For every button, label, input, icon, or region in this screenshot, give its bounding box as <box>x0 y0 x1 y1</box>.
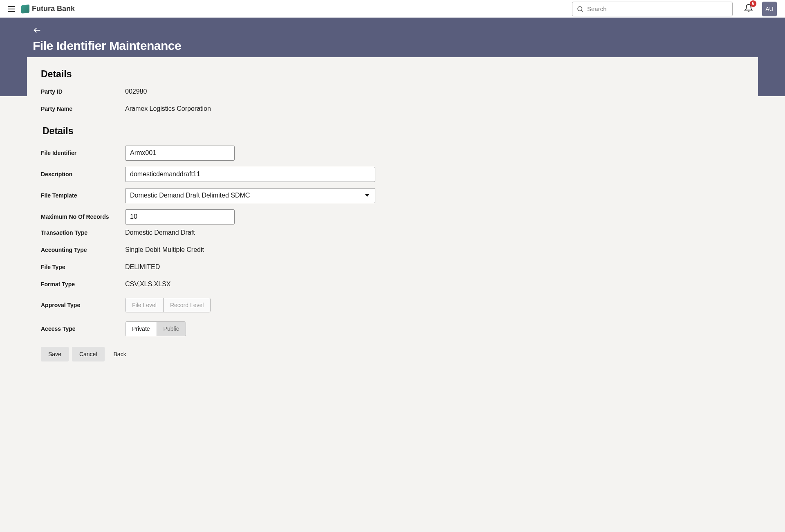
value-accounting-type: Single Debit Multiple Credit <box>125 246 204 254</box>
value-file-type: DELIMITED <box>125 263 160 271</box>
toggle-file-level: File Level <box>126 298 163 312</box>
brand-mark-icon <box>21 4 29 13</box>
toggle-access-type[interactable]: Private Public <box>125 321 186 336</box>
label-approval-type: Approval Type <box>41 302 125 308</box>
input-description[interactable] <box>125 167 375 182</box>
brand-name: Futura Bank <box>32 4 75 13</box>
chevron-down-icon <box>365 193 369 198</box>
toggle-approval-type: File Level Record Level <box>125 298 211 312</box>
cancel-button[interactable]: Cancel <box>72 347 105 361</box>
svg-marker-6 <box>365 194 369 197</box>
label-access-type: Access Type <box>41 325 125 332</box>
value-format-type: CSV,XLS,XLSX <box>125 281 170 288</box>
page-title: File Identifier Maintenance <box>33 39 773 53</box>
label-max-records: Maximum No Of Records <box>41 213 125 220</box>
value-party-name: Aramex Logistics Corporation <box>125 105 211 112</box>
label-description: Description <box>41 171 125 177</box>
field-accounting-type: Accounting Type Single Debit Multiple Cr… <box>41 244 744 256</box>
save-button[interactable]: Save <box>41 347 69 361</box>
top-bar: Futura Bank 6 AU <box>0 0 785 18</box>
field-access-type: Access Type Private Public <box>41 321 744 336</box>
field-file-template: File Template Domestic Demand Draft Deli… <box>41 186 744 205</box>
svg-point-3 <box>578 7 582 11</box>
toggle-public[interactable]: Public <box>157 322 186 336</box>
brand-logo[interactable]: Futura Bank <box>21 4 75 13</box>
search-icon <box>576 5 584 13</box>
label-party-name: Party Name <box>41 106 125 112</box>
label-file-template: File Template <box>41 192 125 199</box>
user-avatar[interactable]: AU <box>762 2 777 16</box>
party-details-section: Details Party ID 002980 Party Name Arame… <box>41 69 744 115</box>
back-arrow-icon[interactable] <box>33 26 42 35</box>
label-accounting-type: Accounting Type <box>41 247 125 253</box>
select-file-template-value: Domestic Demand Draft Delimited SDMC <box>130 192 250 199</box>
field-approval-type: Approval Type File Level Record Level <box>41 298 744 312</box>
search-field[interactable] <box>572 2 733 16</box>
field-format-type: Format Type CSV,XLS,XLSX <box>41 278 744 290</box>
value-transaction-type: Domestic Demand Draft <box>125 229 195 236</box>
section-heading: Details <box>43 126 744 137</box>
notifications-button[interactable]: 6 <box>744 4 753 14</box>
value-party-id: 002980 <box>125 88 147 95</box>
toggle-record-level: Record Level <box>163 298 211 312</box>
notifications-badge: 6 <box>750 0 756 7</box>
toggle-private[interactable]: Private <box>126 322 157 336</box>
action-bar: Save Cancel Back <box>41 347 744 361</box>
section-heading: Details <box>41 69 744 80</box>
field-max-records: Maximum No Of Records <box>41 207 744 227</box>
field-file-type: File Type DELIMITED <box>41 261 744 273</box>
back-button[interactable]: Back <box>108 347 132 361</box>
label-party-id: Party ID <box>41 88 125 95</box>
label-file-identifier: File Identifier <box>41 150 125 156</box>
field-description: Description <box>41 164 744 184</box>
search-input[interactable] <box>587 5 728 12</box>
field-party-id: Party ID 002980 <box>41 85 744 98</box>
main-card: Details Party ID 002980 Party Name Arame… <box>27 57 758 378</box>
label-format-type: Format Type <box>41 281 125 287</box>
field-file-identifier: File Identifier <box>41 143 744 163</box>
label-file-type: File Type <box>41 264 125 270</box>
file-details-section: Details File Identifier Description File… <box>41 126 744 336</box>
field-party-name: Party Name Aramex Logistics Corporation <box>41 103 744 115</box>
hamburger-icon[interactable] <box>7 4 16 14</box>
label-transaction-type: Transaction Type <box>41 229 125 236</box>
input-file-identifier[interactable] <box>125 146 235 161</box>
select-file-template[interactable]: Domestic Demand Draft Delimited SDMC <box>125 188 375 203</box>
field-transaction-type: Transaction Type Domestic Demand Draft <box>41 227 744 239</box>
input-max-records[interactable] <box>125 209 235 224</box>
svg-line-4 <box>581 10 583 12</box>
